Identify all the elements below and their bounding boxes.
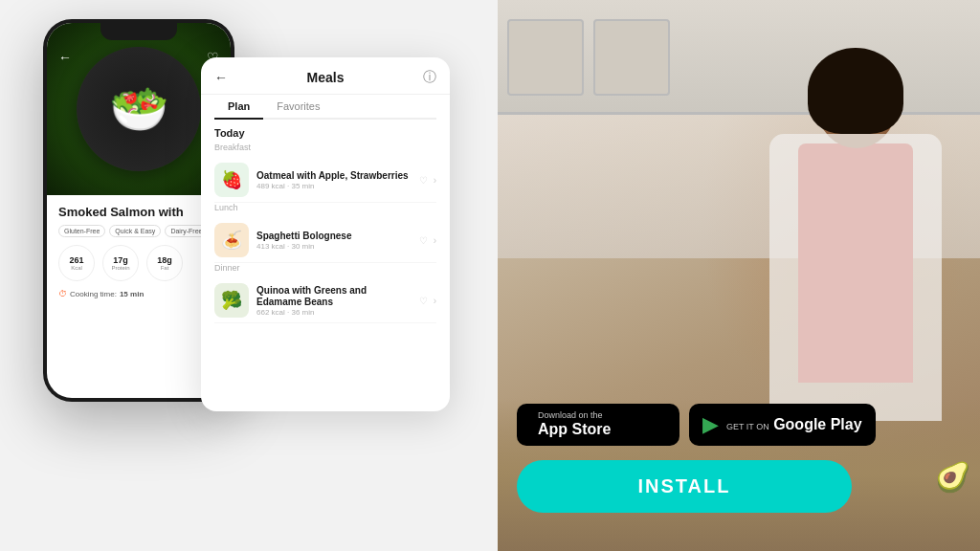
right-section: 🥑 Download on the App Store ▶ GET IT ON …	[498, 0, 980, 551]
meal-item-dinner: 🥦 Quinoa with Greens and Edamame Beans 6…	[214, 278, 436, 323]
card-title: Meals	[307, 70, 345, 85]
dinner-chevron-icon[interactable]: ›	[434, 296, 436, 306]
breakfast-info: Oatmeal with Apple, Strawberries 489 kca…	[256, 170, 412, 190]
phone-notch	[100, 19, 177, 40]
lunch-name: Spaghetti Bolognese	[256, 231, 412, 242]
google-play-button[interactable]: ▶ GET IT ON Google Play	[689, 404, 876, 446]
lunch-info: Spaghetti Bolognese 413 kcal · 30 min	[256, 231, 412, 251]
cabinet-door-1	[507, 19, 584, 96]
breakfast-image: 🍓	[214, 163, 249, 197]
dinner-meta: 662 kcal · 36 min	[256, 308, 412, 317]
phone-food-plate: 🥗	[77, 47, 201, 171]
stat-fat: 18g Fat	[146, 245, 183, 281]
app-store-main-label: App Store	[538, 420, 611, 438]
stat-kcal: 261 Kcal	[58, 245, 95, 281]
timer-icon: ⏱	[58, 289, 67, 298]
breakfast-actions: ♡ ›	[419, 175, 436, 186]
stat-protein: 17g Protein	[102, 245, 139, 281]
today-label: Today	[214, 127, 436, 139]
card-header: ← Meals ⓘ	[201, 57, 450, 95]
phone-cooking-time: ⏱ Cooking time: 15 min	[58, 289, 219, 298]
dinner-name: Quinoa with Greens and Edamame Beans	[256, 285, 412, 308]
card-back-arrow[interactable]: ←	[214, 70, 228, 85]
dinner-actions: ♡ ›	[419, 296, 436, 306]
card-info-icon[interactable]: ⓘ	[423, 69, 436, 86]
google-main-label: Google Play	[773, 416, 861, 432]
meal-item-lunch: 🍝 Spaghetti Bolognese 413 kcal · 30 min …	[214, 218, 436, 263]
left-section: ← ♡ 🥗 Smoked Salmon with Gluten-Free Qui…	[0, 0, 498, 551]
cabinet-door-2	[593, 19, 670, 96]
dinner-label: Dinner	[214, 263, 436, 273]
google-play-icon: ▶	[702, 412, 719, 437]
google-sub-label: GET IT ON	[726, 422, 769, 431]
counter-food: 🥑	[935, 460, 970, 494]
phone-recipe-title: Smoked Salmon with	[58, 205, 219, 219]
breakfast-chevron-icon[interactable]: ›	[434, 175, 436, 186]
tab-favorites[interactable]: Favorites	[263, 95, 333, 118]
store-buttons: Download on the App Store ▶ GET IT ON Go…	[517, 404, 876, 446]
food-emoji: 🥗	[109, 81, 168, 137]
lunch-heart-icon[interactable]: ♡	[419, 235, 428, 246]
tag-quick-easy: Quick & Easy	[109, 225, 161, 237]
lunch-chevron-icon[interactable]: ›	[434, 235, 436, 246]
app-store-button[interactable]: Download on the App Store	[517, 404, 679, 446]
lunch-actions: ♡ ›	[419, 235, 436, 246]
dinner-info: Quinoa with Greens and Edamame Beans 662…	[256, 285, 412, 317]
dinner-heart-icon[interactable]: ♡	[419, 296, 428, 306]
card-body: Today Breakfast 🍓 Oatmeal with Apple, St…	[201, 120, 450, 331]
lunch-image: 🍝	[214, 223, 249, 257]
meal-item-breakfast: 🍓 Oatmeal with Apple, Strawberries 489 k…	[214, 158, 436, 203]
card-tabs: Plan Favorites	[214, 95, 436, 120]
phone-tags: Gluten-Free Quick & Easy Dairy-Free	[58, 225, 219, 237]
breakfast-name: Oatmeal with Apple, Strawberries	[256, 170, 412, 182]
app-store-sub-label: Download on the	[538, 411, 611, 420]
google-play-text: GET IT ON Google Play	[726, 415, 862, 433]
breakfast-label: Breakfast	[214, 143, 436, 152]
dinner-image: 🥦	[214, 283, 249, 318]
tab-plan[interactable]: Plan	[214, 95, 263, 120]
lunch-label: Lunch	[214, 203, 436, 212]
person-shirt-outer	[769, 134, 942, 421]
app-store-text: Download on the App Store	[538, 411, 611, 438]
lunch-meta: 413 kcal · 30 min	[256, 242, 412, 251]
person-hair	[808, 48, 903, 134]
tag-gluten-free: Gluten-Free	[58, 225, 105, 237]
install-button[interactable]: INSTALL	[517, 460, 852, 513]
breakfast-meta: 489 kcal · 35 min	[256, 182, 412, 190]
phone-back-arrow[interactable]: ←	[58, 50, 72, 65]
meals-card: ← Meals ⓘ Plan Favorites Today Breakfast…	[201, 57, 450, 411]
breakfast-heart-icon[interactable]: ♡	[419, 175, 428, 186]
phone-stats: 261 Kcal 17g Protein 18g Fat	[58, 245, 219, 281]
